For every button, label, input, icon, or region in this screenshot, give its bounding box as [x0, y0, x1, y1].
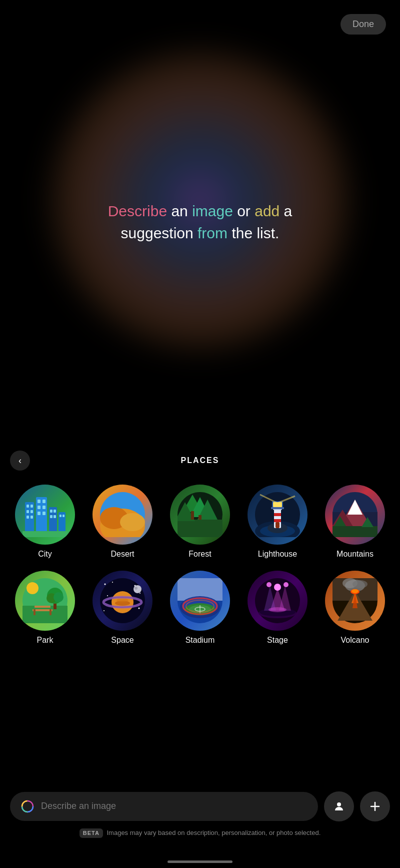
places-header: ‹ PLACES	[10, 451, 390, 471]
svg-rect-34	[198, 515, 202, 520]
svg-rect-58	[22, 606, 68, 623]
space-icon	[92, 571, 152, 631]
svg-point-66	[54, 592, 64, 602]
volcano-icon	[325, 571, 385, 631]
desert-label: Desert	[110, 550, 134, 559]
svg-rect-17	[50, 515, 52, 518]
svg-point-73	[107, 595, 108, 596]
svg-rect-48	[276, 522, 280, 528]
park-icon	[15, 571, 75, 631]
svg-point-101	[284, 582, 288, 587]
svg-rect-5	[26, 516, 29, 519]
svg-rect-2	[30, 505, 33, 508]
tagline-word-suggestion: suggestion	[121, 225, 198, 241]
stage-icon	[248, 571, 308, 631]
disclaimer-content: Images may vary based on description, pe…	[106, 829, 320, 836]
list-item[interactable]: Forest	[165, 485, 235, 559]
city-icon	[15, 485, 75, 545]
bottom-bar: BETA Images may vary based on descriptio…	[0, 791, 400, 838]
list-item[interactable]: Space	[88, 571, 158, 645]
svg-point-78	[116, 598, 128, 602]
text-input-wrap	[10, 792, 318, 821]
svg-point-70	[112, 582, 113, 583]
city-label: City	[38, 550, 52, 559]
ai-icon	[20, 799, 35, 814]
plus-icon	[369, 800, 381, 812]
lighthouse-icon	[248, 485, 308, 545]
beta-badge: BETA	[80, 828, 103, 838]
svg-rect-18	[54, 515, 56, 518]
tagline-word-image: image	[192, 203, 237, 219]
svg-rect-60	[34, 606, 50, 608]
main-page: Done Describe an image or add a suggesti…	[0, 0, 400, 868]
list-item[interactable]: Lighthouse	[242, 485, 312, 559]
svg-rect-21	[62, 515, 64, 517]
places-section: ‹ PLACES	[0, 451, 400, 657]
park-label: Park	[37, 636, 54, 645]
forest-icon	[170, 485, 230, 545]
tagline-word-or: or	[237, 203, 254, 219]
svg-rect-22	[22, 531, 68, 537]
svg-rect-16	[54, 510, 56, 513]
svg-rect-13	[42, 512, 46, 515]
svg-point-102	[268, 607, 286, 612]
list-item[interactable]: Stage	[242, 571, 312, 645]
svg-point-74	[138, 608, 140, 609]
svg-point-112	[352, 589, 358, 593]
stage-label: Stage	[267, 636, 288, 645]
svg-rect-8	[38, 500, 40, 503]
svg-rect-45	[271, 507, 284, 509]
svg-rect-42	[274, 519, 281, 522]
svg-point-67	[26, 582, 38, 594]
places-title: PLACES	[30, 456, 370, 465]
svg-rect-28	[178, 520, 222, 537]
svg-point-117	[337, 802, 341, 806]
svg-rect-6	[30, 516, 33, 519]
desert-icon	[92, 485, 152, 545]
stadium-icon	[170, 571, 230, 631]
svg-rect-12	[38, 512, 40, 515]
volcano-label: Volcano	[341, 636, 370, 645]
list-item[interactable]: Park	[10, 571, 80, 645]
svg-point-72	[140, 593, 140, 594]
mountains-label: Mountains	[336, 550, 374, 559]
describe-input[interactable]	[41, 801, 308, 811]
tagline-word-describe: Describe	[108, 203, 172, 219]
home-indicator	[168, 860, 232, 863]
svg-point-69	[104, 584, 106, 585]
lighthouse-label: Lighthouse	[258, 550, 297, 559]
list-item[interactable]: Mountains	[320, 485, 390, 559]
forest-label: Forest	[188, 550, 211, 559]
person-icon	[333, 800, 345, 812]
svg-point-75	[104, 610, 104, 611]
person-button[interactable]	[324, 791, 354, 821]
svg-rect-20	[60, 515, 62, 517]
list-item[interactable]: Volcano	[320, 571, 390, 645]
tagline-word-add: add	[254, 203, 284, 219]
svg-rect-3	[26, 510, 29, 513]
tagline-word-from: from	[198, 225, 232, 241]
svg-rect-4	[30, 510, 33, 513]
items-grid: City Desert	[10, 485, 390, 657]
svg-point-81	[134, 585, 142, 593]
list-item[interactable]: City	[10, 485, 80, 559]
list-item[interactable]: Stadium	[165, 571, 235, 645]
svg-rect-62	[50, 609, 52, 615]
back-button[interactable]: ‹	[10, 451, 30, 471]
mountains-icon	[325, 485, 385, 545]
tagline: Describe an image or add a suggestion fr…	[0, 200, 400, 244]
space-label: Space	[111, 636, 134, 645]
svg-point-99	[274, 584, 281, 591]
disclaimer-text: BETA Images may vary based on descriptio…	[80, 828, 321, 838]
plus-button[interactable]	[360, 791, 390, 821]
svg-rect-15	[50, 510, 52, 513]
done-button[interactable]: Done	[340, 14, 386, 35]
svg-rect-9	[42, 500, 46, 503]
svg-rect-61	[34, 609, 36, 615]
list-item[interactable]: Desert	[88, 485, 158, 559]
svg-rect-1	[26, 505, 29, 508]
svg-rect-33	[191, 511, 194, 520]
stadium-label: Stadium	[186, 636, 215, 645]
svg-point-100	[266, 582, 272, 587]
tagline-word-an: an	[171, 203, 192, 219]
